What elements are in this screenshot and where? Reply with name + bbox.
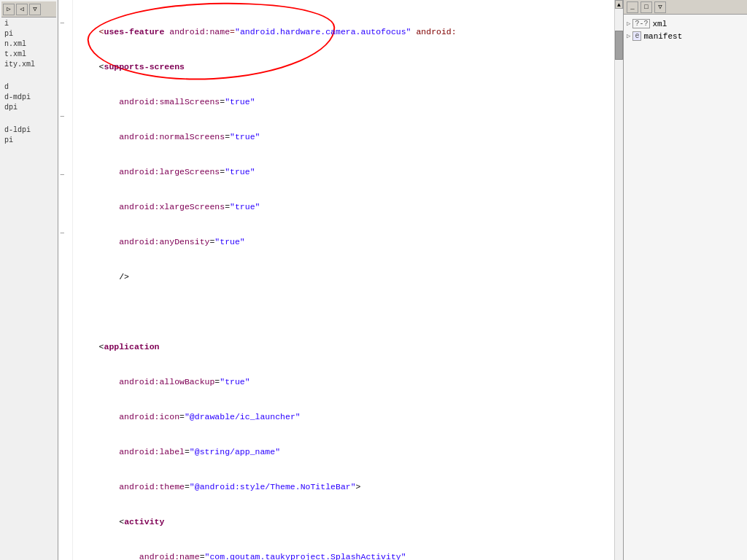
sidebar-toolbar: ▷ ◁ ▽ <box>1 1 56 18</box>
sidebar-items-list: i pi n.xml t.xml ity.xml d d-mdpi dpi d-… <box>1 18 56 147</box>
code-line-8: /> <box>79 272 129 281</box>
code-line-3: android:smallScreens="true" <box>79 97 255 106</box>
xml-editor-wrapper: − − <box>58 0 623 560</box>
code-line-12: android:icon="@drawable/ic_launcher" <box>79 412 301 421</box>
code-line-2: <supports-screens <box>79 62 185 71</box>
sidebar-item-4[interactable]: ity.xml <box>3 60 55 69</box>
tree-icon-manifest: e <box>632 31 641 41</box>
code-line-4: android:normalScreens="true" <box>79 132 260 141</box>
code-line-10: <application <box>79 342 159 351</box>
main-area: ▷ ◁ ▽ i pi n.xml t.xml ity.xml d d-mdpi … <box>0 0 747 560</box>
code-line-14: android:theme="@android:style/Theme.NoTi… <box>79 482 361 491</box>
sidebar-icon-1[interactable]: ▷ <box>3 4 15 15</box>
right-panel-maximize[interactable]: □ <box>640 1 652 13</box>
tree-label-manifest: manifest <box>643 32 682 41</box>
right-panel-minimize[interactable]: _ <box>627 1 638 13</box>
scroll-up-arrow[interactable]: ▲ <box>615 0 623 9</box>
editor-panel: − − <box>58 0 623 560</box>
tree-arrow-xml: ▷ <box>627 20 630 28</box>
sidebar-item-5[interactable]: d <box>3 82 55 92</box>
code-line-15: <activity <box>79 517 164 526</box>
code-line-5: android:largeScreens="true" <box>79 167 255 176</box>
sidebar-icon-2[interactable]: ◁ <box>16 4 28 15</box>
sidebar-item-2[interactable]: n.xml <box>3 39 55 49</box>
code-line-11: android:allowBackup="true" <box>79 377 250 386</box>
tree-item-manifest[interactable]: ▷ e manifest <box>627 30 744 42</box>
sidebar-item-7[interactable]: dpi <box>3 103 55 112</box>
right-panel-toolbar: _ □ ▽ <box>624 0 747 15</box>
sidebar-item-6[interactable]: d-mdpi <box>3 93 55 102</box>
code-line-16: android:name="com.goutam.taukyproject.Sp… <box>79 552 406 560</box>
tree-icon-xml: ?-? <box>632 19 650 28</box>
code-line-6: android:xlargeScreens="true" <box>79 202 260 211</box>
scroll-thumb[interactable] <box>615 31 623 60</box>
tree-label-xml: xml <box>652 20 667 28</box>
sidebar-icon-3[interactable]: ▽ <box>29 4 41 15</box>
sidebar-item-0[interactable]: i <box>3 19 55 28</box>
code-line-13: android:label="@string/app_name" <box>79 447 280 456</box>
tree-item-xml[interactable]: ▷ ?-? xml <box>627 18 744 30</box>
code-content[interactable]: <uses-feature android:name="android.hard… <box>73 0 614 560</box>
tree-arrow-manifest: ▷ <box>627 32 630 40</box>
code-line-7: android:anyDensity="true" <box>79 237 245 246</box>
sidebar-item-3[interactable]: t.xml <box>3 50 55 59</box>
right-panel-content: ▷ ?-? xml ▷ e manifest <box>624 15 747 560</box>
app-root: ▷ ◁ ▽ i pi n.xml t.xml ity.xml d d-mdpi … <box>0 0 747 560</box>
right-panel: _ □ ▽ ▷ ?-? xml ▷ e manifest <box>623 0 747 560</box>
right-panel-chevron[interactable]: ▽ <box>654 1 666 13</box>
sidebar-item-9[interactable]: pi <box>3 136 55 145</box>
sidebar: ▷ ◁ ▽ i pi n.xml t.xml ity.xml d d-mdpi … <box>0 0 58 560</box>
editor-scrollbar-v[interactable]: ▲ ▼ <box>614 0 623 560</box>
sidebar-item-1[interactable]: pi <box>3 29 55 39</box>
code-line-1: <uses-feature android:name="android.hard… <box>79 27 462 36</box>
collapse-gutter: − − <box>58 0 73 560</box>
sidebar-item-8[interactable]: d-ldpi <box>3 125 55 135</box>
xml-editor[interactable]: − − <box>58 0 623 560</box>
